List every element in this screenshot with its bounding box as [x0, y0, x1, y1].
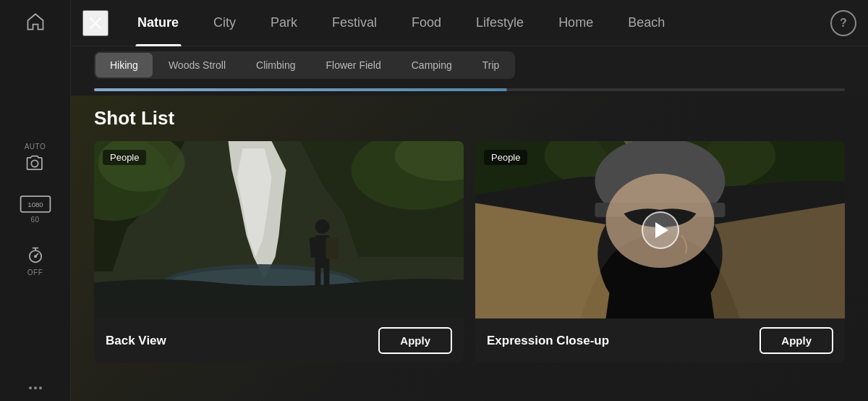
progress-bar: [94, 88, 845, 91]
subnav-tab-group: Hiking Woods Stroll Climbing Flower Fiel…: [94, 51, 515, 79]
svg-rect-16: [326, 237, 339, 259]
subnav-tab-woods-stroll[interactable]: Woods Stroll: [154, 53, 240, 77]
card-expression-closeup: People Expression Close-up Apply: [475, 141, 845, 363]
subnav-tab-climbing[interactable]: Climbing: [242, 53, 310, 77]
svg-rect-18: [315, 266, 321, 287]
svg-point-0: [32, 160, 38, 166]
card-back-view-tag: People: [103, 150, 146, 165]
card-back-view-title: Back View: [106, 334, 166, 348]
more-options-icon[interactable]: [29, 387, 42, 389]
apply-back-view-button[interactable]: Apply: [378, 327, 452, 354]
resolution-label: 60: [30, 216, 39, 224]
subnav-tab-hiking[interactable]: Hiking: [95, 53, 153, 77]
main-content: Nature City Park Festival Food Lifestyle…: [71, 0, 868, 401]
card-expression-closeup-title: Expression Close-up: [487, 334, 609, 348]
close-button[interactable]: [82, 10, 109, 36]
tab-nature[interactable]: Nature: [120, 0, 196, 46]
card-back-view: People Back View Apply: [94, 141, 464, 363]
tab-city[interactable]: City: [196, 0, 253, 46]
svg-line-5: [35, 253, 38, 256]
card-expression-closeup-image: People: [475, 141, 845, 318]
home-icon[interactable]: [25, 12, 46, 32]
auto-camera-icon[interactable]: AUTO: [25, 143, 46, 174]
timer-off-label: OFF: [27, 269, 43, 277]
card-back-view-footer: Back View Apply: [94, 318, 464, 363]
svg-point-17: [315, 219, 330, 234]
subnav-tab-flower-field[interactable]: Flower Field: [311, 53, 395, 77]
progress-fill: [94, 88, 507, 91]
card-back-view-image: People: [94, 141, 464, 318]
category-tabs: Nature City Park Festival Food Lifestyle…: [120, 0, 830, 46]
subnav-tab-camping[interactable]: Camping: [397, 53, 467, 77]
progress-area: [71, 84, 868, 96]
timer-icon[interactable]: OFF: [25, 245, 46, 277]
cards-grid: People Back View Apply: [94, 141, 845, 363]
card-expression-closeup-tag: People: [484, 150, 527, 165]
tab-festival[interactable]: Festival: [315, 0, 394, 46]
tab-food[interactable]: Food: [394, 0, 459, 46]
subnav-tab-trip[interactable]: Trip: [468, 53, 514, 77]
tab-home[interactable]: Home: [541, 0, 610, 46]
shot-list-title: Shot List: [94, 107, 845, 130]
svg-text:1080: 1080: [27, 200, 43, 208]
top-navigation: Nature City Park Festival Food Lifestyle…: [71, 0, 868, 46]
apply-expression-closeup-button[interactable]: Apply: [760, 327, 833, 354]
tab-lifestyle[interactable]: Lifestyle: [459, 0, 541, 46]
help-button[interactable]: ?: [830, 10, 856, 36]
resolution-icon[interactable]: 1080 60: [20, 195, 51, 224]
shot-list-area: Shot List: [71, 96, 868, 401]
sub-navigation: Hiking Woods Stroll Climbing Flower Fiel…: [71, 46, 868, 84]
auto-label: AUTO: [25, 143, 46, 151]
card-expression-closeup-footer: Expression Close-up Apply: [475, 318, 845, 363]
sidebar: AUTO 1080 60 OFF: [0, 0, 71, 401]
play-button[interactable]: [642, 211, 679, 249]
tab-park[interactable]: Park: [253, 0, 315, 46]
tab-beach[interactable]: Beach: [610, 0, 682, 46]
svg-rect-19: [324, 266, 330, 286]
